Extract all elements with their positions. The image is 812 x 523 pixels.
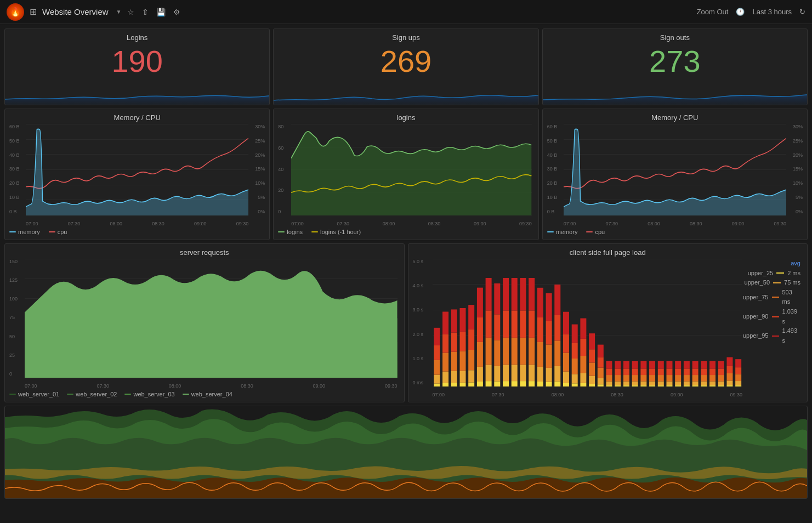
svg-rect-2 — [434, 360, 440, 375]
signups-value: 269 — [280, 46, 531, 77]
svg-rect-141 — [675, 382, 681, 385]
server-requests-panel: server requests 1501251007550250 — [4, 243, 405, 402]
svg-rect-7 — [442, 353, 448, 372]
svg-rect-78 — [563, 334, 569, 353]
svg-rect-167 — [718, 375, 724, 382]
svg-rect-109 — [615, 361, 621, 368]
svg-rect-93 — [589, 349, 595, 362]
svg-rect-61 — [537, 367, 543, 382]
svg-rect-148 — [683, 368, 689, 375]
svg-rect-120 — [640, 385, 646, 386]
legend-ws04: web_server_04 — [183, 391, 232, 397]
legend-upper50: upper_50 75 ms — [743, 278, 800, 288]
zoom-out-button[interactable]: Zoom Out — [697, 8, 729, 16]
svg-rect-38 — [494, 314, 500, 340]
svg-rect-128 — [649, 368, 655, 375]
svg-rect-48 — [511, 310, 517, 338]
svg-rect-101 — [606, 382, 612, 385]
svg-rect-106 — [615, 382, 621, 385]
svg-rect-100 — [606, 385, 612, 386]
svg-rect-42 — [503, 338, 509, 365]
svg-rect-27 — [476, 342, 482, 367]
svg-rect-72 — [554, 340, 560, 366]
share-icon[interactable]: ⇧ — [142, 8, 149, 16]
time-range[interactable]: Last 3 hours — [752, 8, 792, 16]
svg-rect-84 — [571, 325, 577, 343]
svg-rect-90 — [589, 384, 595, 386]
svg-rect-67 — [546, 344, 552, 368]
svg-rect-165 — [718, 385, 724, 386]
svg-rect-86 — [580, 373, 586, 383]
settings-icon[interactable]: ⚙ — [173, 8, 180, 16]
svg-rect-32 — [485, 338, 491, 365]
svg-rect-130 — [657, 385, 663, 386]
svg-rect-163 — [709, 368, 716, 375]
svg-rect-13 — [451, 333, 457, 352]
save-icon[interactable]: 💾 — [156, 8, 166, 16]
memory-cpu-right-title: Memory / CPU — [547, 113, 803, 122]
svg-rect-162 — [709, 375, 716, 382]
legend-cpu-r: cpu — [586, 229, 605, 235]
svg-rect-81 — [571, 374, 577, 383]
memory-cpu-left-panel: Memory / CPU 60 B50 B40 B30 B20 B10 B0 B… — [4, 109, 270, 240]
svg-rect-150 — [692, 385, 698, 386]
refresh-icon[interactable]: ↻ — [799, 8, 805, 16]
logins-panel: Logins 190 — [4, 29, 270, 105]
svg-rect-87 — [580, 356, 586, 373]
logins-x-labels: 07:0007:3008:0008:3009:0009:30 — [291, 221, 531, 226]
svg-rect-21 — [468, 370, 474, 382]
signups-sparkline — [274, 83, 538, 105]
svg-rect-30 — [485, 381, 491, 386]
svg-rect-170 — [726, 385, 732, 386]
overview-panel — [4, 406, 808, 499]
star-icon[interactable]: ☆ — [127, 8, 134, 16]
svg-rect-10 — [451, 383, 457, 386]
svg-rect-69 — [546, 293, 552, 321]
svg-rect-115 — [632, 385, 638, 386]
logins-chart-area: 806040200 07:0007:3008:0008:3009:0009:30 — [278, 124, 533, 226]
signups-title: Sign ups — [280, 33, 531, 42]
svg-rect-139 — [666, 361, 672, 368]
svg-rect-19 — [459, 308, 465, 332]
signups-panel: Sign ups 269 — [273, 29, 538, 105]
svg-rect-117 — [632, 375, 638, 382]
svg-rect-8 — [442, 334, 448, 353]
svg-rect-161 — [709, 382, 716, 385]
svg-rect-34 — [485, 278, 491, 310]
svg-rect-127 — [649, 375, 655, 382]
header: 🔥 ⊞ Website Overview ▼ ☆ ⇧ 💾 ⚙ Zoom Out … — [0, 0, 812, 24]
logins-y-labels: 806040200 — [278, 124, 291, 215]
svg-rect-73 — [554, 315, 560, 340]
chevron-down-icon[interactable]: ▼ — [116, 9, 122, 15]
svg-rect-55 — [529, 381, 535, 386]
svg-rect-76 — [563, 372, 569, 383]
svg-rect-91 — [589, 376, 595, 384]
svg-rect-147 — [683, 375, 689, 382]
svg-rect-75 — [563, 383, 569, 386]
legend-memory: memory — [9, 229, 40, 235]
legend-upper95: upper_95 1.493 s — [743, 326, 800, 345]
svg-rect-35 — [494, 382, 500, 386]
svg-rect-41 — [503, 365, 509, 381]
svg-rect-129 — [649, 361, 655, 368]
client-page-load-title: client side full page load — [413, 248, 803, 257]
svg-rect-123 — [640, 368, 646, 375]
svg-rect-172 — [726, 373, 732, 380]
svg-rect-158 — [701, 368, 707, 375]
y-axis-labels-left: 60 B50 B40 B30 B20 B10 B0 B — [9, 124, 26, 215]
svg-rect-52 — [520, 338, 526, 365]
svg-rect-113 — [623, 368, 629, 375]
logins-value: 190 — [12, 46, 263, 77]
svg-rect-134 — [657, 361, 663, 368]
server-requests-title: server requests — [9, 248, 400, 257]
signouts-sparkline — [543, 83, 807, 105]
svg-rect-98 — [597, 357, 603, 368]
server-legend: web_server_01 web_server_02 web_server_0… — [9, 389, 400, 397]
svg-rect-22 — [468, 350, 474, 370]
svg-rect-149 — [683, 361, 689, 368]
svg-rect-92 — [589, 362, 595, 376]
svg-rect-111 — [623, 382, 629, 385]
svg-rect-107 — [615, 375, 621, 382]
memory-cpu-left-legend: memory cpu — [9, 226, 265, 235]
client-legend: avg upper_25 2 ms upper_50 75 ms upper_7… — [743, 259, 800, 345]
